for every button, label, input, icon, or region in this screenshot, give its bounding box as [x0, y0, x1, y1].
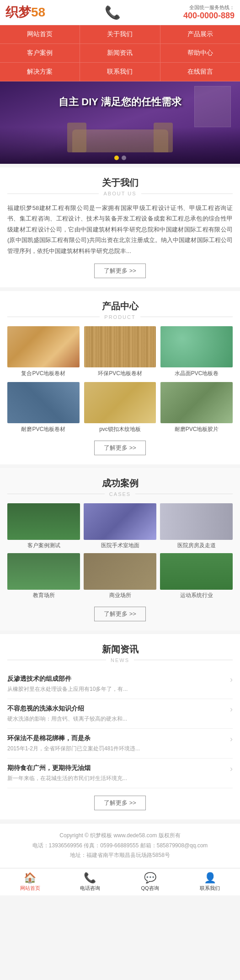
case-name-1: 医院手术室地面: [84, 542, 156, 549]
header: 织梦58 📞 全国统一服务热线： 400-0000-889: [0, 0, 240, 25]
banner-bg-image: [0, 81, 240, 164]
cases-section: 成功案例 CASES 客户案例测试 医院手术室地面 医院房房及走道 教育场所 商…: [0, 468, 240, 630]
products-section: 产品中心 PRODUCT 复合PVC地板卷材 环保PVC地板卷材 水晶面PVC地…: [0, 291, 240, 464]
news-item-3[interactable]: 期待食在广州，更期待无油烟 新一年来临，在花城生活的市民们对生活环境充... ›: [7, 759, 233, 788]
case-item-1[interactable]: 医院手术室地面: [84, 503, 156, 549]
bottom-nav-home[interactable]: 🏠 网站首页: [0, 868, 60, 895]
product-name-1: 环保PVC地板卷材: [84, 370, 156, 377]
news-title: 新闻资讯: [7, 643, 233, 656]
news-item-desc-2: 2015年1-2月，全省环保部门已立案处罚481件环境违...: [7, 744, 226, 753]
news-title-en: NEWS: [106, 657, 134, 663]
news-section: 新闻资讯 NEWS 反渗透技术的组成部件 从橡胶衬里在水处理设备上应用有10多年…: [0, 634, 240, 819]
case-img-2: [160, 503, 233, 540]
qq-icon: 💬: [144, 872, 156, 884]
cases-read-more-btn[interactable]: 了解更多 >>: [94, 607, 146, 621]
nav-home[interactable]: 网站首页: [0, 25, 80, 44]
footer: Copyright © 织梦模板 www.dede58.com 版权所有 电话：…: [0, 823, 240, 868]
product-img-0: [7, 326, 80, 367]
news-item-0[interactable]: 反渗透技术的组成部件 从橡胶衬里在水处理设备上应用有10多年了，有... ›: [7, 669, 233, 699]
banner-text-overlay: 自主 DIY 满足您的任性需求: [12, 95, 228, 109]
nav-about[interactable]: 关于我们: [80, 25, 160, 44]
case-item-5[interactable]: 运动系统行业: [160, 553, 233, 599]
about-read-more-btn[interactable]: 了解更多 >>: [94, 264, 146, 278]
product-name-3: 耐磨PVC地板卷材: [7, 425, 80, 433]
nav-solutions[interactable]: 解决方案: [0, 63, 80, 81]
bottom-nav-contact-label: 联系我们: [200, 885, 220, 892]
news-content-1: 不容忽视的洗涤水知识介绍 硬水洗涤的影响：用含钙、镁离子较高的硬水和...: [7, 705, 226, 723]
nav-row-2: 客户案例 新闻资讯 帮助中心: [0, 44, 240, 63]
phone-icon: 📞: [105, 5, 121, 20]
products-read-more: 了解更多 >>: [7, 441, 233, 455]
news-arrow-0: ›: [226, 675, 233, 685]
cases-title: 成功案例: [7, 477, 233, 490]
banner-dots: [114, 156, 126, 160]
cases-title-en: CASES: [105, 491, 135, 497]
about-section: 关于我们 ABOUT US 福建织梦58建材工程有限公司是一家拥有国家甲级工程设…: [0, 167, 240, 287]
product-name-5: 耐磨PVC地板胶片: [160, 425, 233, 433]
case-img-3: [7, 553, 80, 590]
product-img-2: [160, 326, 233, 367]
navigation: 网站首页 关于我们 产品展示 客户案例 新闻资讯 帮助中心 解决方案 联系我们 …: [0, 25, 240, 81]
products-title: 产品中心: [7, 300, 233, 312]
products-title-en: PRODUCT: [100, 314, 140, 320]
nav-cases[interactable]: 客户案例: [0, 44, 80, 63]
banner-dot-1[interactable]: [114, 156, 119, 160]
product-item-4[interactable]: pvc锁扣木纹地板: [84, 382, 156, 433]
banner-dot-2[interactable]: [122, 156, 126, 160]
case-img-0: [7, 503, 80, 540]
nav-row-3: 解决方案 联系我们 在线留言: [0, 63, 240, 81]
news-item-1[interactable]: 不容忽视的洗涤水知识介绍 硬水洗涤的影响：用含钙、镁离子较高的硬水和... ›: [7, 699, 233, 729]
bottom-nav: 🏠 网站首页 📞 电话咨询 💬 QQ咨询 👤 联系我们: [0, 868, 240, 895]
nav-products[interactable]: 产品展示: [160, 25, 240, 44]
logo: 织梦58: [5, 4, 45, 21]
product-name-2: 水晶面PVC地板卷: [160, 370, 233, 377]
products-read-more-btn[interactable]: 了解更多 >>: [94, 441, 146, 455]
product-img-1: [84, 326, 156, 367]
news-content-2: 环保法不是棉花绑棒，而是杀 2015年1-2月，全省环保部门已立案处罚481件环…: [7, 734, 226, 753]
user-icon: 👤: [204, 872, 216, 884]
bottom-nav-phone[interactable]: 📞 电话咨询: [60, 868, 120, 895]
news-item-desc-0: 从橡胶衬里在水处理设备上应用有10多年了，有...: [7, 685, 226, 693]
case-item-0[interactable]: 客户案例测试: [7, 503, 80, 549]
logo-part1: 织梦: [5, 5, 31, 19]
news-item-2[interactable]: 环保法不是棉花绑棒，而是杀 2015年1-2月，全省环保部门已立案处罚481件环…: [7, 729, 233, 759]
case-name-3: 教育场所: [7, 592, 80, 599]
product-img-4: [84, 382, 156, 423]
news-item-title-1: 不容忽视的洗涤水知识介绍: [7, 705, 226, 713]
case-item-4[interactable]: 商业场所: [84, 553, 156, 599]
hotline-label: 全国统一服务热线：: [189, 4, 235, 11]
footer-address: 地址：福建省南平市顺昌县玩场路5858号: [7, 851, 233, 861]
about-title: 关于我们: [7, 177, 233, 189]
case-item-3[interactable]: 教育场所: [7, 553, 80, 599]
product-grid: 复合PVC地板卷材 环保PVC地板卷材 水晶面PVC地板卷 耐磨PVC地板卷材 …: [7, 326, 233, 433]
news-content-0: 反渗透技术的组成部件 从橡胶衬里在水处理设备上应用有10多年了，有...: [7, 675, 226, 693]
bottom-nav-qq-label: QQ咨询: [141, 885, 159, 892]
product-item-0[interactable]: 复合PVC地板卷材: [7, 326, 80, 377]
bottom-nav-phone-label: 电话咨询: [80, 885, 100, 892]
product-item-1[interactable]: 环保PVC地板卷材: [84, 326, 156, 377]
products-divider: PRODUCT: [7, 314, 233, 320]
bottom-nav-qq[interactable]: 💬 QQ咨询: [120, 868, 180, 895]
news-arrow-1: ›: [226, 705, 233, 715]
product-item-5[interactable]: 耐磨PVC地板胶片: [160, 382, 233, 433]
bottom-nav-home-label: 网站首页: [20, 885, 40, 892]
footer-copyright-text: Copyright © 织梦模板 www.dede58.com 版权所有: [7, 831, 233, 841]
nav-message[interactable]: 在线留言: [160, 63, 240, 81]
nav-help[interactable]: 帮助中心: [160, 44, 240, 63]
news-read-more-btn[interactable]: 了解更多 >>: [94, 796, 146, 810]
news-item-desc-3: 新一年来临，在花城生活的市民们对生活环境充...: [7, 774, 226, 782]
news-read-more: 了解更多 >>: [7, 796, 233, 810]
header-contact: 全国统一服务热线： 400-0000-889: [183, 4, 235, 21]
product-item-2[interactable]: 水晶面PVC地板卷: [160, 326, 233, 377]
nav-news[interactable]: 新闻资讯: [80, 44, 160, 63]
news-item-desc-1: 硬水洗涤的影响：用含钙、镁离子较高的硬水和...: [7, 715, 226, 723]
case-name-4: 商业场所: [84, 592, 156, 599]
case-name-0: 客户案例测试: [7, 542, 80, 549]
case-item-2[interactable]: 医院房房及走道: [160, 503, 233, 549]
bottom-nav-contact[interactable]: 👤 联系我们: [180, 868, 240, 895]
nav-row-1: 网站首页 关于我们 产品展示: [0, 25, 240, 44]
footer-copyright: Copyright © 织梦模板 www.dede58.com 版权所有 电话：…: [7, 831, 233, 861]
product-item-3[interactable]: 耐磨PVC地板卷材: [7, 382, 80, 433]
nav-contact[interactable]: 联系我们: [80, 63, 160, 81]
banner-title: 自主 DIY 满足您的任性需求: [12, 95, 228, 109]
